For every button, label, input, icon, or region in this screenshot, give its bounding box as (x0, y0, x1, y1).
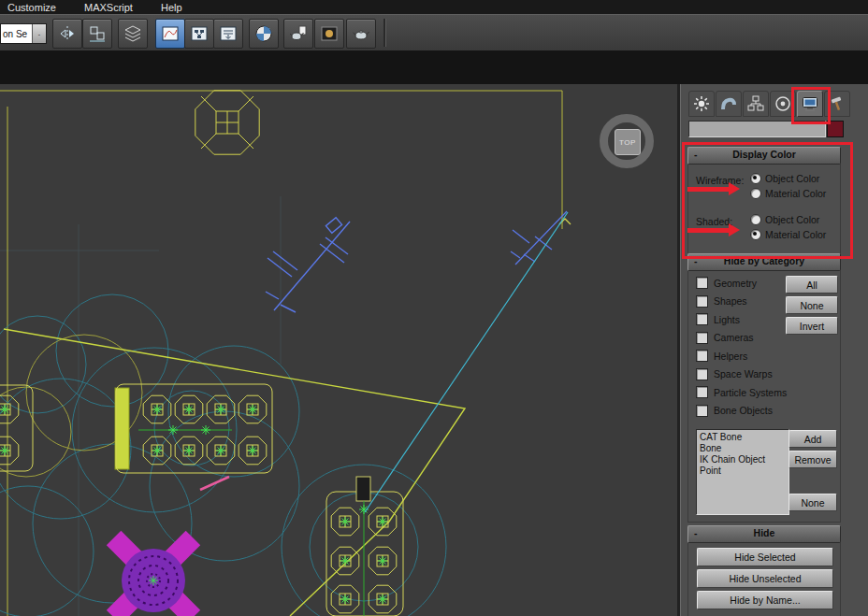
category-row-helpers[interactable]: Helpers (696, 350, 747, 362)
hide-selected-button[interactable]: Hide Selected (697, 548, 833, 566)
list-item-bone[interactable]: Bone (700, 443, 786, 454)
rollout-header-hide-by-category[interactable]: - Hide by Category (687, 253, 841, 271)
menu-customize[interactable]: Customize (7, 2, 56, 13)
main-toolbar: on Se - (0, 14, 868, 51)
top-viewport[interactable] (0, 84, 680, 616)
render-production-icon (352, 24, 370, 43)
radio-icon[interactable] (750, 173, 761, 184)
checkbox-icon[interactable] (696, 405, 708, 417)
category-row-bone-objects[interactable]: Bone Objects (696, 405, 773, 417)
viewcube-label: TOP (619, 138, 636, 147)
layer-manager-icon (123, 24, 142, 43)
all-button[interactable]: All (786, 276, 838, 294)
tab-display[interactable] (797, 91, 823, 117)
tab-hierarchy[interactable] (743, 91, 769, 117)
collapse-icon: - (694, 254, 698, 268)
curve-editor-button[interactable] (155, 19, 185, 49)
graph-editors-button[interactable] (213, 19, 243, 49)
list-item-ik-chain-object[interactable]: IK Chain Object (700, 454, 786, 466)
aircraft-2 (511, 211, 571, 265)
dropdown-arrow-icon[interactable]: - (32, 24, 46, 43)
schematic-view-icon (190, 24, 209, 43)
menu-maxscript[interactable]: MAXScript (84, 2, 133, 13)
object-name-field[interactable] (688, 121, 826, 137)
display-color-body: Wireframe: Object Color Material Color S… (687, 165, 841, 255)
radio-shaded-object-color[interactable]: Object Color (750, 214, 819, 225)
tab-create[interactable] (688, 91, 715, 117)
tab-motion[interactable] (770, 91, 796, 117)
command-panel: - Display Color Wireframe: Object Color … (680, 84, 868, 616)
category-row-space-warps[interactable]: Space Warps (696, 368, 773, 380)
radio-icon[interactable] (750, 188, 761, 199)
menubar: Customize MAXScript Help (0, 0, 868, 14)
rendered-frame-window-button[interactable] (314, 19, 344, 49)
tab-utilities[interactable] (824, 91, 850, 117)
rendered-frame-window-icon (320, 24, 339, 43)
checkbox-icon[interactable] (696, 332, 708, 344)
radio-wireframe-object-color[interactable]: Object Color (750, 173, 819, 184)
named-selection-set-dropdown[interactable]: on Se - (0, 23, 47, 44)
category-row-particle-systems[interactable]: Particle Systems (696, 386, 787, 398)
radio-icon[interactable] (750, 229, 761, 240)
collapse-icon: - (694, 148, 698, 162)
remove-button[interactable]: Remove (788, 451, 837, 468)
vehicle-group-0 (0, 385, 33, 471)
radio-shaded-material-color[interactable]: Material Color (750, 229, 826, 240)
checkbox-icon[interactable] (696, 295, 708, 308)
rollout-title: Hide (754, 527, 775, 538)
shaded-label: Shaded: (696, 216, 732, 227)
object-color-swatch[interactable] (827, 121, 844, 137)
hide-by-category-body: Geometry Shapes Lights Cameras Helpers S… (687, 271, 841, 523)
rollout-header-display-color[interactable]: - Display Color (687, 147, 841, 165)
checkbox-icon[interactable] (696, 368, 708, 380)
list-none-button[interactable]: None (788, 494, 837, 511)
viewcube-top-face[interactable]: TOP (615, 129, 641, 155)
category-listbox[interactable]: CAT Bone Bone IK Chain Object Point (696, 429, 789, 515)
schematic-view-button[interactable] (184, 19, 214, 49)
rollout-hide: - Hide Hide Selected Hide Unselected Hid… (687, 525, 841, 616)
none-button[interactable]: None (786, 296, 838, 314)
range-circles (0, 294, 446, 616)
utilities-icon (829, 95, 846, 112)
list-item-point[interactable]: Point (700, 466, 786, 477)
pink-segment (200, 477, 229, 490)
mirror-button[interactable] (52, 19, 82, 49)
tab-modify[interactable] (716, 91, 742, 117)
checkbox-icon[interactable] (696, 386, 708, 398)
create-icon (693, 95, 710, 112)
checkbox-icon[interactable] (696, 350, 708, 362)
radio-icon[interactable] (750, 214, 761, 225)
hide-by-name-button[interactable]: Hide by Name... (697, 591, 833, 609)
rollout-title: Display Color (732, 149, 796, 160)
checkbox-icon[interactable] (696, 277, 708, 289)
category-row-lights[interactable]: Lights (696, 313, 740, 325)
hide-body: Hide Selected Hide Unselected Hide by Na… (687, 543, 841, 616)
material-editor-icon (254, 24, 273, 43)
layer-manager-button[interactable] (118, 19, 148, 49)
render-setup-button[interactable] (283, 19, 313, 49)
window-background-strip (0, 50, 868, 84)
radio-wireframe-material-color[interactable]: Material Color (750, 188, 826, 199)
menu-help[interactable]: Help (161, 2, 182, 13)
checkbox-icon[interactable] (696, 313, 708, 325)
vehicle-group-1 (115, 384, 272, 473)
material-editor-button[interactable] (249, 19, 279, 49)
motion-icon (774, 95, 791, 112)
viewcube[interactable]: TOP (600, 114, 654, 168)
invert-button[interactable]: Invert (786, 317, 838, 335)
graph-editors-icon (219, 24, 238, 43)
rollout-hide-by-category: - Hide by Category Geometry Shapes Light… (687, 253, 841, 523)
category-row-geometry[interactable]: Geometry (696, 277, 757, 289)
align-button[interactable] (82, 19, 112, 49)
add-button[interactable]: Add (788, 430, 837, 448)
rollout-header-hide[interactable]: - Hide (687, 525, 841, 543)
list-item-cat-bone[interactable]: CAT Bone (700, 432, 786, 443)
vehicle-group-2 (326, 477, 403, 616)
align-icon (88, 24, 107, 43)
render-production-button[interactable] (346, 19, 376, 49)
hide-unselected-button[interactable]: Hide Unselected (697, 569, 833, 588)
category-row-cameras[interactable]: Cameras (696, 332, 754, 344)
category-row-shapes[interactable]: Shapes (696, 295, 747, 308)
named-selection-set-value: on Se (1, 29, 32, 39)
wireframe-label: Wireframe: (696, 175, 744, 186)
